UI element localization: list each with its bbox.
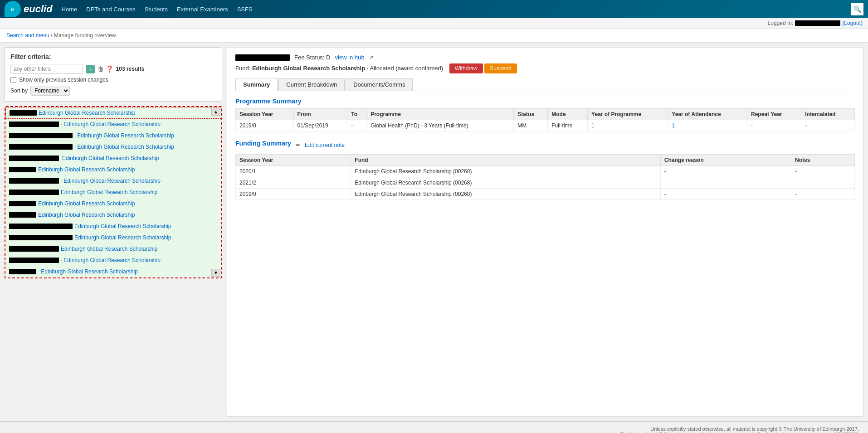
cell-repeat-year: - [747, 120, 801, 131]
cell-programme: Global Health (PhD) - 3 Years (Full-time… [367, 120, 514, 131]
student-fund-link[interactable]: Edinburgh Global Research Scholarship [61, 246, 157, 252]
fee-status-label: Fee Status: D [294, 54, 330, 61]
nav-examiners[interactable]: External Examiners [177, 6, 228, 13]
student-id-redacted [9, 156, 59, 161]
scroll-down-button[interactable]: ▼ [211, 269, 220, 277]
student-list-item[interactable]: Edinburgh Global Research Scholarship [5, 198, 221, 209]
col-year-programme: Year of Programme [588, 109, 668, 120]
col-programme: Programme [367, 109, 514, 120]
student-list-item[interactable]: Edinburgh Global Research Scholarship [5, 232, 221, 243]
help-icon[interactable]: ❓ [106, 65, 113, 73]
student-fund-link[interactable]: Edinburgh Global Research Scholarship [63, 178, 160, 184]
tab-summary[interactable]: Summary [235, 78, 278, 91]
show-previous-checkbox[interactable] [10, 77, 16, 83]
show-previous-label: Show only previous session changes [19, 77, 108, 83]
nav-ssfs[interactable]: SSFS [237, 6, 253, 13]
student-fund-link[interactable]: Edinburgh Global Research Scholarship [63, 257, 160, 263]
col-mode: Mode [548, 109, 588, 120]
logout-link[interactable]: (Logout) [842, 20, 863, 26]
student-list: Edinburgh Global Research Scholarship · … [5, 107, 221, 277]
scroll-up-button[interactable]: ▲ [211, 108, 220, 116]
student-fund-link[interactable]: Edinburgh Global Research Scholarship [61, 189, 157, 195]
edit-note-link[interactable]: Edit current note [305, 142, 345, 148]
delete-filter-icon[interactable]: 🗑 [98, 65, 104, 73]
student-id-redacted [235, 54, 290, 61]
student-id-redacted [9, 133, 73, 138]
student-id-redacted [9, 122, 59, 127]
student-id-redacted [9, 235, 73, 240]
student-list-wrapper: Edinburgh Global Research Scholarship · … [5, 106, 222, 278]
student-list-item[interactable]: · Edinburgh Global Research Scholarship [5, 255, 221, 266]
filter-input[interactable] [10, 64, 83, 74]
student-fund-link[interactable]: Edinburgh Global Research Scholarship [38, 200, 135, 207]
search-button[interactable]: 🔍 [851, 3, 863, 15]
separator: · [74, 144, 76, 150]
logo-icon: e [5, 1, 21, 17]
fund-status: Allocated (award confirmed) [370, 65, 443, 72]
student-list-item[interactable]: · Edinburgh Global Research Scholarship [5, 266, 221, 277]
breadcrumb: Search and menu / Manage funding overvie… [0, 29, 868, 43]
student-fund-link[interactable]: Edinburgh Global Research Scholarship [74, 223, 171, 229]
student-list-item[interactable]: Edinburgh Global Research Scholarship [5, 107, 221, 119]
nav-students[interactable]: Students [145, 6, 168, 13]
student-id-redacted [9, 190, 59, 195]
student-list-item[interactable]: Edinburgh Global Research Scholarship [5, 209, 221, 221]
withdraw-button[interactable]: Withdraw [449, 63, 483, 73]
external-link-icon: ↗ [369, 54, 373, 60]
fund-col-fund: Fund [351, 155, 661, 166]
student-fund-link[interactable]: Edinburgh Global Research Scholarship [63, 121, 160, 127]
student-id-redacted [9, 212, 36, 218]
fund-cell-notes: - [791, 166, 855, 177]
student-fund-link[interactable]: Edinburgh Global Research Scholarship [41, 268, 137, 275]
student-id-redacted [9, 167, 36, 172]
breadcrumb-current: Manage funding overview [54, 32, 116, 39]
breadcrumb-home-link[interactable]: Search and menu [6, 32, 49, 39]
cell-from: 01/Sep/2019 [293, 120, 347, 131]
filter-criteria-title: Filter criteria: [10, 53, 216, 60]
fund-cell-change-reason: - [660, 166, 791, 177]
student-fund-link[interactable]: Edinburgh Global Research Scholarship [77, 132, 174, 139]
student-fund-link[interactable]: Edinburgh Global Research Scholarship [74, 234, 171, 241]
student-list-item[interactable]: Edinburgh Global Research Scholarship [5, 243, 221, 255]
cell-year-programme[interactable]: 1 [588, 120, 668, 131]
add-filter-button[interactable]: + [86, 65, 95, 73]
funding-row: 2021/2 Edinburgh Global Research Scholar… [236, 177, 855, 189]
student-fund-link[interactable]: Edinburgh Global Research Scholarship [77, 144, 174, 150]
student-list-item[interactable]: · Edinburgh Global Research Scholarship [5, 119, 221, 130]
pencil-icon: ✏ [296, 142, 300, 148]
student-list-item[interactable]: · Edinburgh Global Research Scholarship [5, 175, 221, 187]
cell-year-attendance[interactable]: 1 [668, 120, 747, 131]
student-id-redacted [9, 201, 36, 206]
nav-dpts[interactable]: DPTs and Courses [86, 6, 135, 13]
student-list-item[interactable]: · Edinburgh Global Research Scholarship [5, 130, 221, 141]
sort-select[interactable]: Forename Surname Student ID [30, 86, 70, 96]
cell-status: MM [514, 120, 548, 131]
funding-table: Session Year Fund Change reason Notes 20… [235, 154, 855, 200]
student-id-redacted [9, 246, 59, 252]
logged-in-label: Logged In: [768, 20, 794, 26]
nav-home[interactable]: Home [62, 6, 78, 13]
suspend-button[interactable]: Suspend [484, 63, 517, 73]
student-fund-link[interactable]: Edinburgh Global Research Scholarship [38, 212, 135, 218]
tab-current-breakdown[interactable]: Current Breakdown [278, 78, 345, 91]
view-in-hub-link[interactable]: view in hub [335, 54, 364, 61]
student-fund-link[interactable]: Edinburgh Global Research Scholarship [38, 166, 135, 173]
student-list-item[interactable]: Edinburgh Global Research Scholarship [5, 187, 221, 198]
tab-bar: Summary Current Breakdown Documents/Comm… [235, 78, 855, 91]
fund-col-session-year: Session Year [236, 155, 351, 166]
filter-criteria-box: Filter criteria: + 🗑 ❓ 103 results Show … [5, 47, 222, 102]
student-list-item[interactable]: · Edinburgh Global Research Scholarship [5, 141, 221, 153]
col-from: From [293, 109, 347, 120]
logo-text: euclid [24, 3, 53, 15]
left-panel: Filter criteria: + 🗑 ❓ 103 results Show … [5, 47, 222, 417]
fund-cell-change-reason: - [660, 177, 791, 189]
logo[interactable]: e euclid [5, 1, 53, 17]
fund-col-change-reason: Change reason [660, 155, 791, 166]
tab-documents-comms[interactable]: Documents/Comms [346, 78, 413, 91]
student-list-item[interactable]: Edinburgh Global Research Scholarship [5, 164, 221, 175]
student-list-item[interactable]: Edinburgh Global Research Scholarship [5, 221, 221, 232]
student-fund-link[interactable]: Edinburgh Global Research Scholarship [62, 155, 159, 161]
student-list-item[interactable]: Edinburgh Global Research Scholarship [5, 153, 221, 164]
col-status: Status [514, 109, 548, 120]
funding-row: 2020/1 Edinburgh Global Research Scholar… [236, 166, 855, 177]
